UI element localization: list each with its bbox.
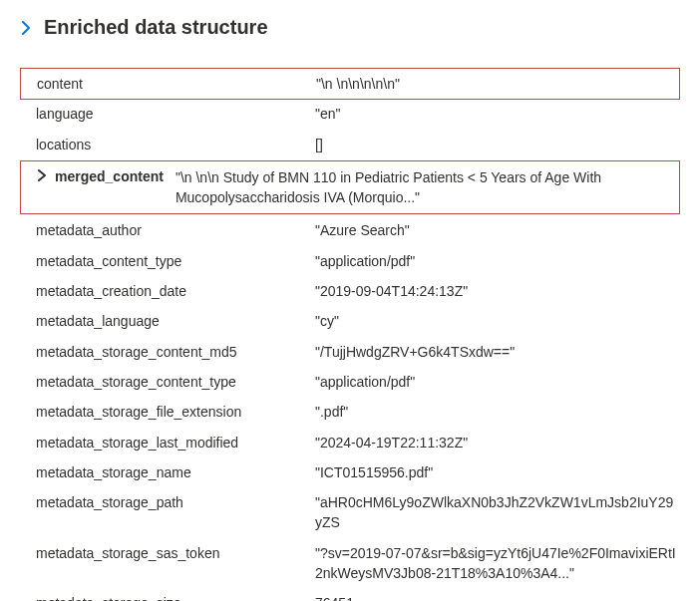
property-value: "/TujjHwdgZRV+G6k4TSxdw==" <box>315 342 680 362</box>
property-key: metadata_creation_date <box>36 281 315 301</box>
property-key: metadata_storage_content_type <box>36 372 315 392</box>
property-value: [] <box>315 135 680 154</box>
merged-content-value: "\n \n\n Study of BMN 110 in Pediatric P… <box>175 167 675 208</box>
property-value: "\n \n\n\n\n\n" <box>316 74 679 94</box>
chevron-right-icon[interactable] <box>37 169 47 181</box>
property-key: metadata_author <box>36 220 315 240</box>
property-value: "Azure Search" <box>315 220 680 240</box>
property-row: metadata_storage_path "aHR0cHM6Ly9oZWlka… <box>20 487 680 538</box>
property-row: metadata_content_type "application/pdf" <box>20 246 680 276</box>
property-value: 76451 <box>315 593 680 601</box>
property-row: language "en" <box>20 99 680 129</box>
property-value: "ICT01515956.pdf" <box>315 462 680 482</box>
property-row: metadata_storage_size 76451 <box>20 588 680 601</box>
chevron-right-icon[interactable] <box>20 21 32 35</box>
property-key: metadata_storage_last_modified <box>36 433 315 452</box>
property-key: metadata_content_type <box>36 251 315 271</box>
property-key: metadata_storage_size <box>36 593 315 601</box>
property-row: content "\n \n\n\n\n\n" <box>20 68 680 100</box>
property-key: content <box>37 74 316 94</box>
property-row: metadata_storage_content_md5 "/TujjHwdgZ… <box>20 337 680 367</box>
property-row: metadata_storage_last_modified "2024-04-… <box>20 428 680 457</box>
property-value: "2019-09-04T14:24:13Z" <box>315 281 680 301</box>
property-key: metadata_storage_sas_token <box>36 543 315 563</box>
property-value: "cy" <box>315 311 680 331</box>
property-row: metadata_storage_name "ICT01515956.pdf" <box>20 457 680 487</box>
property-row: metadata_storage_sas_token "?sv=2019-07-… <box>20 538 680 589</box>
section-header: Enriched data structure <box>20 16 680 39</box>
property-row: metadata_language "cy" <box>20 306 680 336</box>
page-title: Enriched data structure <box>44 16 268 39</box>
property-value: "?sv=2019-07-07&sr=b&sig=yzYt6jU47Ie%2F0… <box>315 543 680 584</box>
property-key: metadata_storage_file_extension <box>36 402 315 422</box>
property-list: content "\n \n\n\n\n\n" language "en" lo… <box>20 69 680 601</box>
property-key: metadata_storage_path <box>36 492 315 512</box>
property-value: "en" <box>315 104 680 124</box>
property-value: "application/pdf" <box>315 251 680 271</box>
property-row: metadata_storage_file_extension ".pdf" <box>20 397 680 427</box>
property-row: locations [] <box>20 130 680 159</box>
property-row: metadata_author "Azure Search" <box>20 215 680 245</box>
property-key: locations <box>36 135 315 154</box>
property-key: language <box>36 104 315 124</box>
property-value: ".pdf" <box>315 402 680 422</box>
merged-content-row: merged_content "\n \n\n Study of BMN 110… <box>20 160 680 215</box>
property-value: "aHR0cHM6Ly9oZWlkaXN0b3JhZ2VkZW1vLmJsb2I… <box>315 492 680 533</box>
property-key: metadata_storage_content_md5 <box>36 342 315 362</box>
property-key: metadata_language <box>36 311 315 331</box>
property-row: metadata_creation_date "2019-09-04T14:24… <box>20 276 680 306</box>
property-value: "2024-04-19T22:11:32Z" <box>315 433 680 452</box>
merged-content-key: merged_content <box>55 167 164 184</box>
property-value: "application/pdf" <box>315 372 680 392</box>
property-row: metadata_storage_content_type "applicati… <box>20 367 680 397</box>
property-key: metadata_storage_name <box>36 462 315 482</box>
